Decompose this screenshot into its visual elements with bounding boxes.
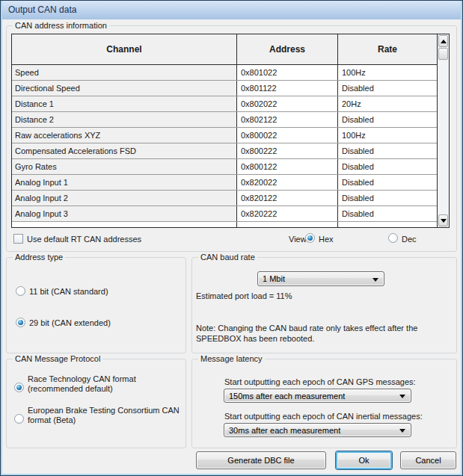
gps-latency-label: Start outputting each epoch of CAN GPS m… <box>224 377 416 386</box>
scroll-up-button[interactable] <box>438 35 448 47</box>
group-message-latency-label: Message latency <box>198 354 265 363</box>
cell-channel: Analog Input 1 <box>12 175 237 190</box>
cell-channel: Analog Input 2 <box>12 191 237 205</box>
output-can-data-dialog: Output CAN data CAN address information … <box>0 0 463 476</box>
inertial-latency-dropdown-value: 30ms after each measurement <box>229 426 340 435</box>
baud-rate-dropdown-value: 1 Mbit <box>263 274 285 283</box>
scroll-up-icon <box>441 40 447 43</box>
column-header-channel: Channel <box>12 34 237 64</box>
protocol-race-technology-radio[interactable] <box>14 383 24 392</box>
inertial-latency-dropdown[interactable]: 30ms after each measurement <box>224 423 411 437</box>
table-row[interactable]: Distance 1 0x802022 20Hz <box>12 96 437 112</box>
cell-address <box>237 222 338 228</box>
cell-channel: Compensated Accelerations FSD <box>12 143 237 158</box>
cell-channel: Distance 2 <box>12 112 237 127</box>
table-scrollbar[interactable] <box>437 34 449 227</box>
scroll-down-icon <box>441 219 447 223</box>
scroll-down-button[interactable] <box>438 214 448 226</box>
cancel-button[interactable]: Cancel <box>400 451 456 469</box>
cell-channel: Speed <box>12 65 237 80</box>
cell-rate: Disabled <box>338 112 437 127</box>
address-type-29bit-label: 29 bit (CAN extended) <box>29 318 111 327</box>
cell-rate: Disabled <box>338 175 437 190</box>
cell-rate: 100Hz <box>338 128 437 143</box>
scrollbar-thumb[interactable] <box>438 48 448 60</box>
gps-latency-dropdown[interactable]: 150ms after each measurement <box>224 389 411 403</box>
cell-rate: 100Hz <box>338 65 437 80</box>
cell-rate <box>338 222 437 228</box>
cell-address: 0x801022 <box>237 65 338 80</box>
column-header-address: Address <box>237 34 338 64</box>
cell-address: 0x802022 <box>237 96 338 111</box>
table-row[interactable]: Directional Speed 0x801122 Disabled <box>12 81 437 96</box>
can-address-table: Channel Address Rate Speed 0x801022 100H… <box>11 34 450 228</box>
group-can-message-protocol-label: CAN Message Protocol <box>13 354 102 363</box>
use-default-addresses-checkbox[interactable] <box>13 234 23 244</box>
group-address-type-label: Address type <box>13 253 65 262</box>
gps-latency-dropdown-value: 150ms after each measurement <box>229 392 345 401</box>
column-header-rate: Rate <box>338 34 437 64</box>
group-can-baud-rate-label: CAN baud rate <box>198 253 257 262</box>
cell-rate: 20Hz <box>338 96 437 111</box>
cell-address: 0x800022 <box>237 128 338 143</box>
ok-button[interactable]: Ok <box>336 451 392 469</box>
table-row[interactable]: Gyro Rates 0x800122 Disabled <box>12 159 437 175</box>
cell-channel <box>12 222 237 228</box>
table-row-partial[interactable] <box>12 222 437 228</box>
table-row[interactable]: Speed 0x801022 100Hz <box>12 65 437 81</box>
cell-channel: Raw accelerations XYZ <box>12 128 237 143</box>
table-row[interactable]: Distance 2 0x802122 Disabled <box>12 112 437 128</box>
cell-channel: Distance 1 <box>12 96 237 111</box>
cell-channel: Gyro Rates <box>12 159 237 174</box>
group-can-address-information: CAN address information Channel Address … <box>6 25 457 252</box>
port-load-text: Estimated port load = 11% <box>196 291 292 300</box>
cell-address: 0x820022 <box>237 175 338 190</box>
view-dec-radio[interactable] <box>388 233 398 243</box>
group-can-message-protocol: CAN Message Protocol Race Technology CAN… <box>6 359 186 448</box>
cell-rate: Disabled <box>338 81 437 96</box>
dropdown-arrow-icon <box>399 395 405 398</box>
cell-address: 0x820122 <box>237 191 338 205</box>
cell-rate: Disabled <box>338 143 437 158</box>
table-row[interactable]: Analog Input 3 0x820222 Disabled <box>12 206 437 222</box>
cell-address: 0x801122 <box>237 81 338 96</box>
cell-channel: Analog Input 3 <box>12 206 237 221</box>
generate-dbc-file-button[interactable]: Generate DBC file <box>196 451 326 469</box>
table-header-row: Channel Address Rate <box>12 34 437 65</box>
cell-rate: Disabled <box>338 191 437 205</box>
address-type-29bit-radio[interactable] <box>16 318 25 327</box>
view-hex-radio[interactable] <box>305 233 315 243</box>
dialog-content: CAN address information Channel Address … <box>2 19 461 474</box>
cell-address: 0x820222 <box>237 206 338 221</box>
group-can-address-information-label: CAN address information <box>13 21 109 30</box>
table-row[interactable]: Analog Input 2 0x820122 Disabled <box>12 191 437 206</box>
window-titlebar[interactable]: Output CAN data <box>2 1 461 19</box>
inertial-latency-label: Start outputting each epoch of CAN inert… <box>224 412 423 421</box>
cell-address: 0x800222 <box>237 143 338 158</box>
cell-rate: Disabled <box>338 206 437 221</box>
table-row[interactable]: Raw accelerations XYZ 0x800022 100Hz <box>12 128 437 143</box>
protocol-ebtc-radio[interactable] <box>14 414 24 424</box>
use-default-addresses-label: Use default RT CAN addresses <box>27 235 141 244</box>
view-dec-label: Dec <box>402 235 417 244</box>
cell-channel: Directional Speed <box>12 81 237 96</box>
cell-address: 0x802122 <box>237 112 338 127</box>
cell-address: 0x800122 <box>237 159 338 174</box>
group-can-baud-rate: CAN baud rate 1 Mbit Estimated port load… <box>191 257 457 353</box>
baud-rate-note: Note: Changing the CAN baud rate only ta… <box>196 323 454 344</box>
cell-rate: Disabled <box>338 159 437 174</box>
protocol-race-technology-label: Race Technology CAN format (recommended … <box>28 374 185 394</box>
dropdown-arrow-icon <box>399 429 405 433</box>
dropdown-arrow-icon <box>372 278 378 282</box>
protocol-ebtc-label: European Brake Testing Consortium CAN fo… <box>28 406 186 425</box>
group-message-latency: Message latency Start outputting each ep… <box>191 359 457 448</box>
address-type-11bit-radio[interactable] <box>16 286 25 296</box>
table-row[interactable]: Analog Input 1 0x820022 Disabled <box>12 175 437 191</box>
address-type-11bit-label: 11 bit (CAN standard) <box>29 287 108 296</box>
view-hex-label: Hex <box>319 235 334 244</box>
group-address-type: Address type 11 bit (CAN standard) 29 bi… <box>6 257 186 353</box>
baud-rate-dropdown[interactable]: 1 Mbit <box>257 271 384 286</box>
table-row[interactable]: Compensated Accelerations FSD 0x800222 D… <box>12 143 437 159</box>
window-title: Output CAN data <box>8 4 76 15</box>
